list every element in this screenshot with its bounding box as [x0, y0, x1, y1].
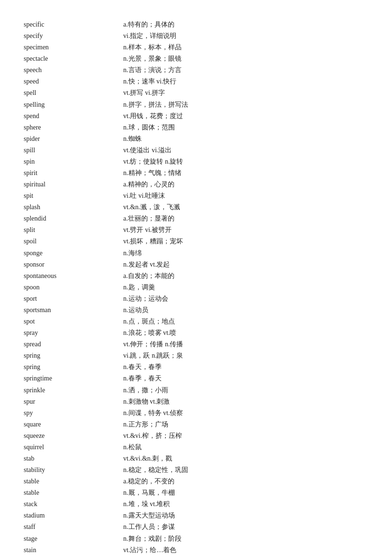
word-row: spitvi.吐 vi.吐唾沫	[24, 190, 368, 202]
english-word: stain	[24, 545, 119, 555]
word-row: specifica.特有的；具体的	[24, 19, 368, 30]
english-word: spit	[24, 190, 119, 202]
chinese-definition: n.厩，马厩，牛棚	[119, 487, 368, 499]
chinese-definition: a.特有的；具体的	[119, 19, 368, 30]
english-word: spill	[24, 145, 119, 156]
word-row: stablea.稳定的，不变的	[24, 476, 368, 487]
chinese-definition: vt.伸开；传播 n.传播	[119, 339, 368, 350]
chinese-definition: vt.&vi.榨，挤；压榨	[119, 430, 368, 442]
word-row: stainvt.沾污；给…着色	[24, 545, 368, 555]
english-word: stable	[24, 476, 119, 487]
english-word: spectacle	[24, 53, 119, 65]
chinese-definition: n.光景，景象；眼镜	[119, 53, 368, 65]
english-word: spelling	[24, 99, 119, 111]
chinese-definition: n.工作人员；参谋	[119, 521, 368, 533]
english-word: stability	[24, 464, 119, 476]
english-word: speed	[24, 76, 119, 87]
english-word: sport	[24, 293, 119, 305]
chinese-definition: a.精神的，心灵的	[119, 179, 368, 190]
word-row: spoonn.匙，调羹	[24, 282, 368, 293]
chinese-definition: n.样本，标本，样品	[119, 42, 368, 53]
chinese-definition: vt.&vi.&n.刺，戳	[119, 453, 368, 464]
word-row: spurn.刺激物 vt.刺激	[24, 396, 368, 407]
word-row: squaren.正方形；广场	[24, 419, 368, 430]
chinese-definition: n.匙，调羹	[119, 282, 368, 293]
word-row: spillvt.使溢出 vi.溢出	[24, 145, 368, 156]
chinese-definition: n.点，斑点；地点	[119, 316, 368, 327]
chinese-definition: n.拼字，拼法，拼写法	[119, 99, 368, 111]
english-word: spin	[24, 156, 119, 167]
word-row: spyn.间谍，特务 vt.侦察	[24, 407, 368, 419]
word-row: specifyvi.指定，详细说明	[24, 30, 368, 42]
word-row: spellvt.拼写 vi.拼字	[24, 87, 368, 99]
word-row: stadiumn.露天大型运动场	[24, 510, 368, 521]
chinese-definition: vt.拼写 vi.拼字	[119, 87, 368, 99]
word-row: stagen.舞台；戏剧；阶段	[24, 533, 368, 545]
english-word: spirit	[24, 167, 119, 179]
chinese-definition: n.言语；演说；方言	[119, 65, 368, 76]
chinese-definition: n.海绵	[119, 248, 368, 259]
word-list: specifica.特有的；具体的specifyvi.指定，详细说明specim…	[24, 19, 368, 555]
chinese-definition: a.壮丽的；显著的	[119, 213, 368, 224]
chinese-definition: vt.沾污；给…着色	[119, 545, 368, 555]
english-word: split	[24, 224, 119, 236]
word-row: sportsmann.运动员	[24, 305, 368, 316]
word-row: springtimen.春季，春天	[24, 373, 368, 384]
english-word: spoon	[24, 282, 119, 293]
english-word: staff	[24, 521, 119, 533]
chinese-definition: vi.指定，详细说明	[119, 30, 368, 42]
english-word: stage	[24, 533, 119, 545]
word-row: squeezevt.&vi.榨，挤；压榨	[24, 430, 368, 442]
word-row: spoilvt.损坏，糟蹋；宠坏	[24, 236, 368, 247]
english-word: speech	[24, 65, 119, 76]
english-word: spider	[24, 133, 119, 145]
chinese-definition: n.浪花；喷雾 vt.喷	[119, 327, 368, 339]
english-word: specific	[24, 19, 119, 30]
english-word: splendid	[24, 213, 119, 224]
word-row: stackn.堆，垛 vt.堆积	[24, 499, 368, 510]
word-row: spheren.球，圆体；范围	[24, 122, 368, 133]
english-word: spontaneous	[24, 270, 119, 282]
english-word: squeeze	[24, 430, 119, 442]
word-row: spiritn.精神；气魄；情绪	[24, 167, 368, 179]
chinese-definition: n.发起者 vt.发起	[119, 259, 368, 270]
chinese-definition: vt.劈开 vi.被劈开	[119, 224, 368, 236]
chinese-definition: vt.使溢出 vi.溢出	[119, 145, 368, 156]
chinese-definition: vt.用钱，花费；度过	[119, 111, 368, 122]
word-row: spreadvt.伸开；传播 n.传播	[24, 339, 368, 350]
chinese-definition: n.运动员	[119, 305, 368, 316]
word-row: splendida.壮丽的；显著的	[24, 213, 368, 224]
chinese-definition: n.精神；气魄；情绪	[119, 167, 368, 179]
english-word: spoil	[24, 236, 119, 247]
chinese-definition: n.堆，垛 vt.堆积	[119, 499, 368, 510]
english-word: sportsman	[24, 305, 119, 316]
english-word: sphere	[24, 122, 119, 133]
chinese-definition: n.舞台；戏剧；阶段	[119, 533, 368, 545]
chinese-definition: n.春天，春季	[119, 361, 368, 373]
word-row: stablen.厩，马厩，牛棚	[24, 487, 368, 499]
chinese-definition: n.运动；运动会	[119, 293, 368, 305]
word-row: speedn.快；速率 vi.快行	[24, 76, 368, 87]
chinese-definition: n.刺激物 vt.刺激	[119, 396, 368, 407]
english-word: spray	[24, 327, 119, 339]
english-word: specify	[24, 30, 119, 42]
chinese-definition: n.露天大型运动场	[119, 510, 368, 521]
chinese-definition: vt.损坏，糟蹋；宠坏	[119, 236, 368, 247]
english-word: spot	[24, 316, 119, 327]
word-row: sprayn.浪花；喷雾 vt.喷	[24, 327, 368, 339]
chinese-definition: n.快；速率 vi.快行	[119, 76, 368, 87]
word-row: spotn.点，斑点；地点	[24, 316, 368, 327]
word-row: spellingn.拼字，拼法，拼写法	[24, 99, 368, 111]
english-word: sprinkle	[24, 385, 119, 396]
word-row: sponsorn.发起者 vt.发起	[24, 259, 368, 270]
word-row: springn.春天，春季	[24, 361, 368, 373]
english-word: stadium	[24, 510, 119, 521]
word-row: stabvt.&vi.&n.刺，戳	[24, 453, 368, 464]
chinese-definition: vi.吐 vi.吐唾沫	[119, 190, 368, 202]
word-row: spirituala.精神的，心灵的	[24, 179, 368, 190]
english-word: spread	[24, 339, 119, 350]
chinese-definition: n.正方形；广场	[119, 419, 368, 430]
english-word: spend	[24, 111, 119, 122]
chinese-definition: a.自发的；本能的	[119, 270, 368, 282]
word-row: spectaclen.光景，景象；眼镜	[24, 53, 368, 65]
